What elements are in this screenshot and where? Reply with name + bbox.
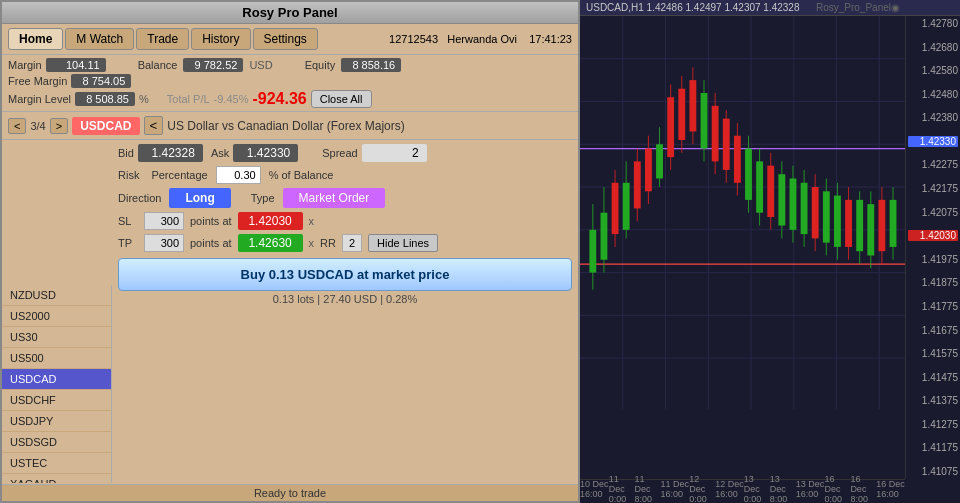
risk-row: Risk Percentage % of Balance bbox=[118, 166, 572, 184]
tp-points-input[interactable] bbox=[144, 234, 184, 252]
svg-rect-18 bbox=[589, 230, 596, 273]
svg-rect-30 bbox=[656, 144, 663, 178]
direction-button[interactable]: Long bbox=[169, 188, 230, 208]
time-axis: 10 Dec 16:00 11 Dec 0:00 11 Dec 8:00 11 … bbox=[580, 479, 905, 497]
free-margin-value: 8 754.05 bbox=[71, 74, 131, 88]
balance-value: 9 782.52 bbox=[183, 58, 243, 72]
symbol-description: US Dollar vs Canadian Dollar (Forex Majo… bbox=[167, 119, 404, 133]
free-margin-item: Free Margin 8 754.05 bbox=[8, 74, 131, 88]
chart-panel: USDCAD,H1 1.42486 1.42497 1.42307 1.4232… bbox=[580, 0, 960, 503]
tab-mwatch[interactable]: M Watch bbox=[65, 28, 134, 50]
symbol-US500[interactable]: US500 bbox=[2, 348, 111, 369]
page-indicator: 3/4 bbox=[30, 120, 45, 132]
close-all-button[interactable]: Close All bbox=[311, 90, 372, 108]
sl-points-input[interactable] bbox=[144, 212, 184, 230]
ask-value: 1.42330 bbox=[233, 144, 298, 162]
bid-value: 1.42328 bbox=[138, 144, 203, 162]
symbol-USDCAD[interactable]: USDCAD bbox=[2, 369, 111, 390]
buy-button[interactable]: Buy 0.13 USDCAD at market price bbox=[118, 258, 572, 291]
bid-ask-row: Bid 1.42328 Ask 1.42330 Spread 2 bbox=[118, 144, 572, 162]
price-highlight-red: 1.42030 bbox=[908, 230, 958, 241]
svg-rect-48 bbox=[756, 161, 763, 212]
symbol-US30[interactable]: US30 bbox=[2, 327, 111, 348]
margin-item: Margin 104.11 bbox=[8, 58, 106, 72]
svg-rect-62 bbox=[834, 196, 841, 247]
svg-rect-66 bbox=[856, 200, 863, 251]
svg-rect-20 bbox=[601, 213, 608, 260]
current-symbol: USDCAD bbox=[72, 117, 139, 135]
panel-title: Rosy Pro Panel bbox=[2, 2, 578, 24]
svg-rect-58 bbox=[812, 187, 819, 238]
sl-row: SL points at 1.42030 x bbox=[118, 212, 572, 230]
svg-rect-60 bbox=[823, 191, 830, 242]
symbol-bar: < 3/4 > USDCAD < US Dollar vs Canadian D… bbox=[2, 112, 578, 140]
symbol-NZDUSD[interactable]: NZDUSD bbox=[2, 285, 111, 306]
sl-price: 1.42030 bbox=[238, 212, 303, 230]
symbol-USTEC[interactable]: USTEC bbox=[2, 453, 111, 474]
margin-level-value: 8 508.85 bbox=[75, 92, 135, 106]
svg-rect-28 bbox=[645, 149, 652, 192]
chart-header: USDCAD,H1 1.42486 1.42497 1.42307 1.4232… bbox=[580, 0, 960, 16]
spread-value: 2 bbox=[362, 144, 427, 162]
svg-rect-36 bbox=[689, 80, 696, 131]
chart-watermark: Rosy_Pro_Panel◉ bbox=[816, 2, 900, 13]
svg-rect-54 bbox=[790, 178, 797, 229]
trading-form: Bid 1.42328 Ask 1.42330 Spread 2 Risk Pe… bbox=[112, 140, 578, 501]
svg-rect-46 bbox=[745, 149, 752, 200]
svg-rect-38 bbox=[701, 93, 708, 149]
svg-rect-70 bbox=[878, 200, 885, 251]
direction-row: Direction Long Type Market Order bbox=[118, 188, 572, 208]
symbol-USDSGD[interactable]: USDSGD bbox=[2, 432, 111, 453]
tab-bar: Home M Watch Trade History Settings 1271… bbox=[2, 24, 578, 55]
tp-clear-button[interactable]: x bbox=[309, 237, 315, 249]
symbol-US2000[interactable]: US2000 bbox=[2, 306, 111, 327]
symbol-list: NZDUSD US2000 US30 US500 USDCAD USDCHF U… bbox=[2, 285, 112, 483]
hide-lines-button[interactable]: Hide Lines bbox=[368, 234, 438, 252]
tp-row: TP points at 1.42630 x RR 2 Hide Lines bbox=[118, 234, 572, 252]
svg-rect-26 bbox=[634, 161, 641, 208]
tab-home[interactable]: Home bbox=[8, 28, 63, 50]
price-axis: 1.42780 1.42680 1.42580 1.42480 1.42380 … bbox=[905, 16, 960, 479]
tab-trade[interactable]: Trade bbox=[136, 28, 189, 50]
chart-area: 1.42780 1.42680 1.42580 1.42480 1.42380 … bbox=[580, 16, 960, 497]
tab-history[interactable]: History bbox=[191, 28, 250, 50]
symbol-USDCHF[interactable]: USDCHF bbox=[2, 390, 111, 411]
svg-rect-22 bbox=[612, 183, 619, 234]
prev-page-button[interactable]: < bbox=[8, 118, 26, 134]
margin-value: 104.11 bbox=[46, 58, 106, 72]
tab-settings[interactable]: Settings bbox=[253, 28, 318, 50]
symbol-USDJPY[interactable]: USDJPY bbox=[2, 411, 111, 432]
svg-rect-68 bbox=[867, 204, 874, 255]
svg-rect-56 bbox=[801, 183, 808, 234]
tp-price: 1.42630 bbox=[238, 234, 303, 252]
buy-container: Buy 0.13 USDCAD at market price 0.13 lot… bbox=[118, 258, 572, 305]
svg-rect-64 bbox=[845, 200, 852, 247]
symbol-arrow-button[interactable]: < bbox=[144, 116, 164, 135]
svg-rect-34 bbox=[678, 89, 685, 140]
svg-rect-52 bbox=[778, 174, 785, 225]
svg-rect-44 bbox=[734, 136, 741, 183]
status-bar: Ready to trade bbox=[2, 484, 578, 501]
svg-rect-32 bbox=[667, 97, 674, 157]
svg-rect-24 bbox=[623, 183, 630, 230]
next-page-button[interactable]: > bbox=[50, 118, 68, 134]
symbol-XAGAUD[interactable]: XAGAUD bbox=[2, 474, 111, 483]
price-highlight-blue: 1.42330 bbox=[908, 136, 958, 147]
candles-chart bbox=[580, 16, 905, 409]
trading-panel: Rosy Pro Panel Home M Watch Trade Histor… bbox=[0, 0, 580, 503]
rr-value: 2 bbox=[342, 234, 362, 252]
risk-input[interactable] bbox=[216, 166, 261, 184]
total-pl-value: -924.36 bbox=[252, 90, 306, 108]
market-order-button[interactable]: Market Order bbox=[283, 188, 386, 208]
svg-rect-50 bbox=[767, 166, 774, 217]
margin-level-item: Margin Level 8 508.85 % bbox=[8, 92, 149, 106]
sl-clear-button[interactable]: x bbox=[309, 215, 315, 227]
lot-info: 0.13 lots | 27.40 USD | 0.28% bbox=[118, 293, 572, 305]
equity-value: 8 858.16 bbox=[341, 58, 401, 72]
svg-rect-42 bbox=[723, 119, 730, 170]
svg-rect-72 bbox=[890, 200, 897, 247]
svg-rect-40 bbox=[712, 106, 719, 162]
user-info: 12712543 Herwanda Ovi 17:41:23 bbox=[389, 33, 572, 45]
